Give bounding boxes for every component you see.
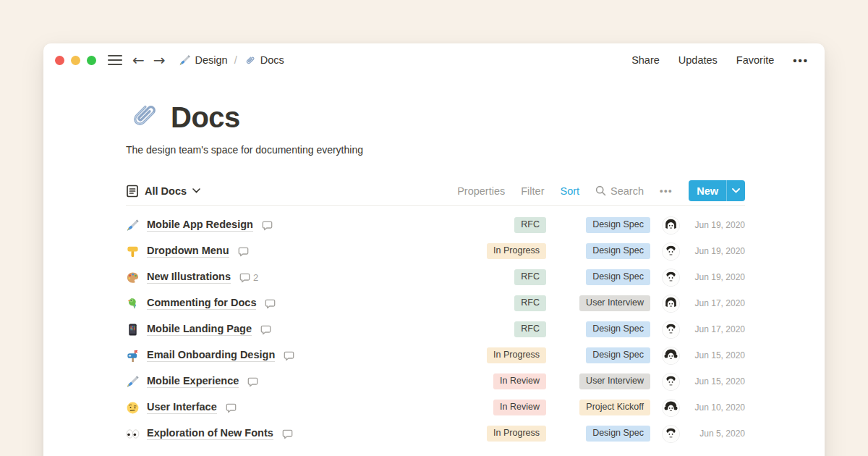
search-button[interactable]: Search	[595, 185, 644, 197]
type-badge[interactable]: Design Spec	[586, 426, 650, 442]
status-cell: RFC	[474, 217, 546, 233]
comment-count[interactable]	[282, 428, 296, 439]
type-cell: Design Spec	[558, 217, 650, 233]
status-badge[interactable]: In Progress	[487, 243, 546, 259]
status-cell: In Progress	[474, 243, 546, 259]
type-badge[interactable]: Design Spec	[586, 347, 650, 363]
avatar[interactable]	[663, 426, 679, 442]
avatar[interactable]	[663, 243, 679, 260]
table-row: New Illustrations 2 RFC Design Spec Jun …	[126, 264, 745, 290]
status-cell: In Review	[474, 400, 546, 415]
comment-bubble-icon	[282, 428, 293, 439]
mobile-phone-icon	[126, 323, 140, 337]
status-cell: RFC	[474, 295, 546, 311]
doc-title: Mobile Experience	[147, 375, 239, 388]
table-row: Dropdown Menu In Progress Design Spec Ju…	[126, 238, 745, 264]
doc-link[interactable]: Dropdown Menu	[126, 245, 474, 258]
status-badge[interactable]: RFC	[514, 269, 546, 285]
more-options-icon[interactable]: •••	[793, 54, 809, 67]
doc-title: Mobile App Redesign	[147, 219, 253, 232]
comment-count[interactable]	[247, 376, 261, 387]
palette-icon	[126, 271, 140, 284]
avatar[interactable]	[663, 295, 679, 312]
zoom-window-button[interactable]	[87, 56, 96, 65]
view-switcher[interactable]: All Docs	[126, 185, 200, 198]
avatar[interactable]	[663, 347, 679, 364]
sort-button[interactable]: Sort	[560, 185, 579, 197]
status-cell: In Review	[474, 373, 546, 389]
comment-count-value: 2	[253, 272, 258, 283]
date-label: Jun 19, 2020	[689, 272, 745, 282]
status-cell: In Progress	[474, 426, 546, 442]
filter-button[interactable]: Filter	[521, 185, 544, 197]
date-label: Jun 19, 2020	[689, 220, 745, 230]
traffic-lights	[55, 56, 96, 65]
back-arrow-icon[interactable]: ←	[132, 53, 145, 67]
table-row: Exploration of New Fonts In Progress Des…	[126, 421, 745, 447]
status-badge[interactable]: RFC	[514, 321, 546, 337]
new-button-chevron-icon[interactable]	[726, 180, 745, 201]
status-badge[interactable]: In Progress	[487, 426, 546, 442]
avatar[interactable]	[663, 373, 679, 390]
breadcrumb-item-design[interactable]: Design	[179, 54, 228, 67]
sidebar-menu-icon[interactable]	[108, 54, 122, 66]
status-badge[interactable]: In Review	[493, 373, 546, 389]
breadcrumb-separator: /	[234, 54, 237, 66]
properties-button[interactable]: Properties	[457, 185, 505, 197]
type-badge[interactable]: User Interview	[579, 295, 650, 311]
breadcrumb-label: Design	[195, 54, 228, 66]
status-badge[interactable]: In Review	[493, 400, 546, 415]
chevron-down-icon	[192, 188, 200, 193]
new-button[interactable]: New	[689, 180, 745, 201]
mailbox-icon	[126, 349, 140, 363]
doc-link[interactable]: Mobile Landing Page	[126, 323, 474, 337]
avatar[interactable]	[663, 321, 679, 338]
avatar[interactable]	[663, 217, 679, 234]
doc-link[interactable]: Email Onboarding Design	[126, 349, 474, 363]
status-badge[interactable]: In Progress	[487, 347, 546, 363]
doc-link[interactable]: Commenting for Docs	[126, 297, 474, 311]
status-cell: In Progress	[474, 347, 546, 363]
close-window-button[interactable]	[55, 56, 64, 65]
comment-bubble-icon	[284, 350, 294, 361]
paperclip-icon[interactable]	[126, 98, 161, 133]
type-cell: Design Spec	[558, 347, 650, 363]
toolbar-more-icon[interactable]: •••	[660, 185, 673, 196]
type-badge[interactable]: Project Kickoff	[579, 400, 650, 415]
doc-link[interactable]: New Illustrations 2	[126, 271, 474, 284]
doc-link[interactable]: Mobile App Redesign	[126, 219, 474, 232]
type-badge[interactable]: Design Spec	[586, 243, 650, 259]
table-row: Email Onboarding Design In Progress Desi…	[126, 342, 745, 368]
type-badge[interactable]: Design Spec	[586, 217, 650, 233]
doc-title: Commenting for Docs	[147, 297, 256, 310]
comment-count[interactable]	[226, 402, 239, 413]
comment-count[interactable]	[284, 350, 297, 361]
status-badge[interactable]: RFC	[514, 295, 546, 311]
minimize-window-button[interactable]	[71, 56, 80, 65]
comment-count[interactable]	[265, 298, 278, 309]
comment-count[interactable]	[238, 246, 252, 257]
forward-arrow-icon[interactable]: →	[153, 53, 166, 67]
date-label: Jun 15, 2020	[689, 376, 745, 387]
status-badge[interactable]: RFC	[514, 217, 546, 233]
comment-count[interactable]	[262, 220, 276, 231]
doc-link[interactable]: User Interface	[126, 401, 474, 415]
doc-link[interactable]: Mobile Experience	[126, 375, 474, 389]
type-badge[interactable]: Design Spec	[586, 269, 650, 285]
share-button[interactable]: Share	[631, 54, 660, 66]
doc-title: Email Onboarding Design	[147, 349, 275, 362]
avatar[interactable]	[663, 400, 679, 416]
favorite-button[interactable]: Favorite	[736, 54, 774, 66]
page-content: Docs The design team's space for documen…	[43, 98, 825, 447]
comment-bubble-icon	[247, 376, 258, 387]
breadcrumb-item-docs[interactable]: Docs	[244, 54, 284, 67]
doc-title: New Illustrations	[147, 271, 231, 284]
type-badge[interactable]: User Interview	[579, 373, 650, 389]
comment-count[interactable]: 2	[239, 272, 258, 283]
breadcrumb: Design / Docs	[179, 54, 284, 67]
avatar[interactable]	[663, 269, 679, 286]
updates-button[interactable]: Updates	[678, 54, 718, 66]
comment-count[interactable]	[260, 324, 274, 335]
type-badge[interactable]: Design Spec	[586, 321, 650, 337]
doc-link[interactable]: Exploration of New Fonts	[126, 427, 474, 441]
